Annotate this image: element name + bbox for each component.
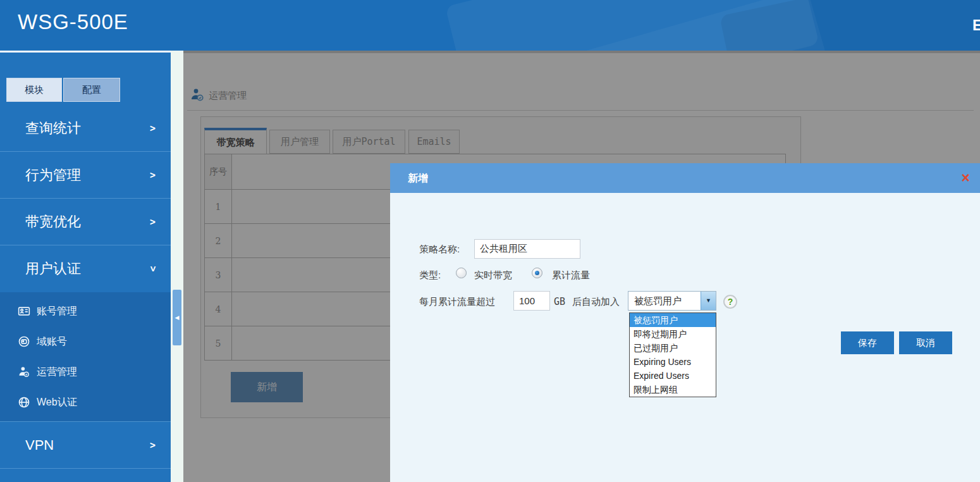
save-button[interactable]: 保存 bbox=[841, 331, 894, 354]
sidebar-item-label: 账号管理 bbox=[37, 296, 77, 326]
sidebar-collapse-handle[interactable]: ◀ bbox=[173, 290, 181, 345]
chevron-down-icon: > bbox=[129, 266, 171, 271]
sidebar-item-domain-account[interactable]: 域账号 bbox=[0, 326, 171, 357]
sidebar-item-label: VPN bbox=[25, 437, 54, 453]
collapse-left-icon: ◀ bbox=[175, 314, 180, 321]
sidebar-item-label: 行为管理 bbox=[25, 167, 81, 183]
config-button[interactable]: 配置 bbox=[63, 78, 120, 102]
radio-cumulative-traffic[interactable] bbox=[532, 268, 542, 278]
option-expired-users-en[interactable]: Expired Users bbox=[630, 369, 716, 383]
sidebar-item-behavior-mgmt[interactable]: 行为管理 > bbox=[0, 152, 171, 199]
radio-realtime-label: 实时带宽 bbox=[474, 269, 512, 281]
sidebar-item-query-stats[interactable]: 查询统计 > bbox=[0, 105, 171, 152]
app-header: WSG-500E E bbox=[0, 0, 980, 51]
sidebar-item-web-auth[interactable]: Web认证 bbox=[0, 387, 171, 417]
sidebar-item-label: 带宽优化 bbox=[25, 214, 81, 230]
cancel-button[interactable]: 取消 bbox=[899, 331, 952, 354]
sidebar-item-bandwidth-opt[interactable]: 带宽优化 > bbox=[0, 199, 171, 245]
add-dialog: 新增 × 策略名称: 类型: 实时带宽 累计流量 每月累计流量超过 GB 后自动… bbox=[390, 163, 980, 482]
help-icon[interactable]: ? bbox=[723, 295, 737, 309]
chevron-right-icon: > bbox=[150, 199, 156, 245]
header-right-truncated-text: E bbox=[972, 16, 980, 34]
policy-name-label: 策略名称: bbox=[419, 244, 460, 256]
dialog-title: 新增 bbox=[408, 163, 428, 193]
monthly-traffic-label: 每月累计流量超过 bbox=[419, 296, 495, 308]
domain-account-icon bbox=[18, 335, 30, 348]
screen: WSG-500E E 模块 配置 查询统计 > 行为管理 > 带宽优化 > 用户… bbox=[0, 0, 980, 482]
policy-name-input[interactable] bbox=[474, 239, 580, 259]
user-auth-submenu: 账号管理 域账号 运营管理 bbox=[0, 292, 171, 422]
option-expired-users-cn[interactable]: 已过期用户 bbox=[630, 341, 716, 355]
sidebar-item-vpn[interactable]: VPN > bbox=[0, 422, 171, 469]
option-expiring-users-en[interactable]: Expiring Users bbox=[630, 355, 716, 369]
sidebar-item-other[interactable]: 其他 > bbox=[0, 469, 171, 482]
sidebar-gutter: ◀ bbox=[171, 51, 183, 482]
select-dropdown-icon[interactable]: ▼ bbox=[701, 292, 716, 310]
sidebar-item-label: 用户认证 bbox=[25, 261, 81, 276]
sidebar-item-label: 域账号 bbox=[37, 326, 67, 357]
sidebar-menu: 查询统计 > 行为管理 > 带宽优化 > 用户认证 > 账号管理 bbox=[0, 105, 171, 482]
sidebar-item-user-auth[interactable]: 用户认证 > bbox=[0, 245, 171, 292]
option-expiring-users-cn[interactable]: 即将过期用户 bbox=[630, 327, 716, 341]
dialog-header: 新增 × bbox=[390, 163, 980, 193]
type-label: 类型: bbox=[419, 269, 441, 281]
chevron-right-icon: > bbox=[150, 469, 156, 482]
sidebar: 模块 配置 查询统计 > 行为管理 > 带宽优化 > 用户认证 > bbox=[0, 51, 171, 482]
radio-realtime-bandwidth[interactable] bbox=[456, 268, 467, 278]
target-group-select[interactable]: 被惩罚用户 ▼ bbox=[628, 291, 716, 311]
operator-icon bbox=[18, 366, 30, 378]
globe-icon bbox=[18, 396, 30, 409]
traffic-limit-input[interactable] bbox=[513, 291, 550, 311]
module-button[interactable]: 模块 bbox=[6, 78, 62, 102]
sidebar-item-operations-mgmt[interactable]: 运营管理 bbox=[0, 357, 171, 387]
option-restricted-group[interactable]: 限制上网组 bbox=[630, 383, 716, 397]
group-options-list: 被惩罚用户 即将过期用户 已过期用户 Expiring Users Expire… bbox=[629, 312, 716, 397]
id-card-icon bbox=[18, 305, 30, 318]
select-value: 被惩罚用户 bbox=[634, 292, 682, 310]
close-icon[interactable]: × bbox=[962, 168, 970, 187]
sidebar-item-label: Web认证 bbox=[37, 387, 78, 417]
dialog-body: 策略名称: 类型: 实时带宽 累计流量 每月累计流量超过 GB 后自动加入 被惩… bbox=[390, 193, 980, 482]
chevron-right-icon: > bbox=[150, 152, 156, 199]
sidebar-item-account-mgmt[interactable]: 账号管理 bbox=[0, 296, 171, 326]
option-punished-users[interactable]: 被惩罚用户 bbox=[630, 313, 716, 327]
app-logo: WSG-500E bbox=[18, 10, 128, 34]
chevron-right-icon: > bbox=[150, 422, 156, 469]
unit-label: GB bbox=[554, 296, 565, 307]
radio-cumulative-label: 累计流量 bbox=[552, 269, 590, 281]
auto-join-label: 后自动加入 bbox=[572, 296, 620, 308]
sidebar-item-label: 查询统计 bbox=[25, 120, 81, 136]
sidebar-item-label: 运营管理 bbox=[37, 357, 77, 387]
chevron-right-icon: > bbox=[150, 105, 156, 152]
